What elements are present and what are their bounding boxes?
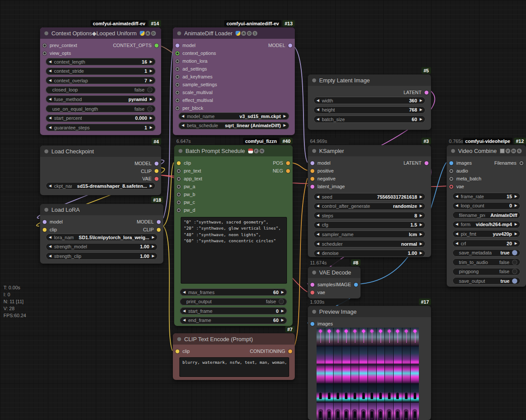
- decrement-arrow-icon[interactable]: ◀: [317, 195, 319, 199]
- input-dot-pre_text[interactable]: [177, 169, 181, 173]
- output-dot-POS[interactable]: [286, 161, 290, 165]
- widget-seed[interactable]: ◀seed755650317261618▶: [314, 193, 425, 200]
- increment-arrow-icon[interactable]: ▶: [283, 115, 286, 118]
- decrement-arrow-icon[interactable]: ◀: [317, 214, 319, 217]
- input-dot-meta_batch[interactable]: [449, 177, 453, 181]
- widget-format[interactable]: ◀formatvideo/h264-mp4▶: [452, 221, 520, 228]
- decrement-arrow-icon[interactable]: ◀: [317, 108, 319, 112]
- widget-pingpong[interactable]: pingpongfalse: [452, 268, 520, 275]
- widget-fuse_method[interactable]: ◀fuse_methodpyramid▶: [46, 95, 155, 103]
- decrement-arrow-icon[interactable]: ◀: [183, 291, 185, 294]
- input-dot-positive[interactable]: [310, 169, 314, 173]
- output-dot-MODEL[interactable]: [288, 44, 292, 47]
- widget-crf[interactable]: ◀crf20▶: [452, 240, 520, 247]
- output-dot-LATENT[interactable]: [425, 161, 428, 165]
- increment-arrow-icon[interactable]: ▶: [515, 195, 517, 198]
- output-dot-CONTEXT_OPTS[interactable]: [155, 44, 158, 47]
- widget-closed_loop[interactable]: closed_loopfalse: [46, 86, 155, 94]
- increment-arrow-icon[interactable]: ▶: [420, 233, 422, 236]
- decrement-arrow-icon[interactable]: ◀: [455, 195, 458, 198]
- widget-scheduler[interactable]: ◀schedulernormal▶: [314, 240, 425, 247]
- toggle-knob[interactable]: [512, 250, 517, 255]
- collapse-dot[interactable]: [179, 149, 182, 153]
- input-dot-samples[interactable]: [310, 283, 314, 287]
- widget-lora_name[interactable]: ◀lora_nameSD1.5\lcm\pytorch_lora_weig...…: [46, 234, 158, 241]
- increment-arrow-icon[interactable]: ▶: [420, 99, 422, 102]
- widget-use_on_equal_length[interactable]: use_on_equal_lengthfalse: [46, 105, 155, 112]
- input-dot-pw_a[interactable]: [177, 185, 181, 189]
- decrement-arrow-icon[interactable]: ◀: [49, 79, 51, 82]
- widget-guarantee_steps[interactable]: ◀guarantee_steps1▶: [46, 124, 155, 131]
- widget-cfg[interactable]: ◀cfg1.5▶: [314, 221, 425, 229]
- node-title-bar[interactable]: KSampler: [308, 145, 431, 156]
- node-title-bar[interactable]: CLIP Text Encode (Prompt): [173, 333, 295, 345]
- node-title-bar[interactable]: Load Checkpoint: [40, 146, 161, 157]
- decrement-arrow-icon[interactable]: ◀: [455, 223, 458, 226]
- toggle-knob[interactable]: [147, 106, 152, 112]
- increment-arrow-icon[interactable]: ▶: [420, 214, 422, 217]
- output-dot-NEG[interactable]: [286, 169, 290, 173]
- output-dot-CLIP[interactable]: [155, 169, 158, 173]
- increment-arrow-icon[interactable]: ▶: [152, 245, 155, 248]
- decrement-arrow-icon[interactable]: ◀: [183, 309, 185, 313]
- input-dot-sample_settings[interactable]: [175, 83, 179, 87]
- collapse-dot[interactable]: [177, 337, 181, 341]
- decrement-arrow-icon[interactable]: ◀: [317, 99, 319, 102]
- collapse-dot[interactable]: [312, 149, 316, 153]
- input-dot-vae[interactable]: [449, 185, 453, 189]
- widget-save_output[interactable]: save_outputtrue: [452, 277, 520, 285]
- input-dot-effect_multival[interactable]: [175, 98, 179, 102]
- widget-end_frame[interactable]: ◀end_frame60▶: [180, 317, 287, 324]
- decrement-arrow-icon[interactable]: ◀: [49, 254, 51, 258]
- input-dot-per_block[interactable]: [175, 106, 179, 110]
- increment-arrow-icon[interactable]: ▶: [420, 118, 422, 121]
- decrement-arrow-icon[interactable]: ◀: [49, 236, 51, 239]
- input-dot-scale_multival[interactable]: [175, 91, 179, 95]
- widget-loop_count[interactable]: ◀loop_count0▶: [452, 202, 520, 210]
- node-title-bar[interactable]: AnimateDiff LoaderAD1: [173, 27, 295, 39]
- toggle-knob[interactable]: [147, 87, 152, 92]
- widget-beta_schedule[interactable]: ◀beta_schedulesqrt_linear (AnimateDiff)▶: [179, 122, 289, 129]
- collapse-dot[interactable]: [312, 271, 316, 274]
- increment-arrow-icon[interactable]: ▶: [150, 126, 152, 129]
- input-dot-ad_settings[interactable]: [175, 67, 179, 71]
- widget-strength_model[interactable]: ◀strength_model1.00▶: [46, 243, 158, 251]
- increment-arrow-icon[interactable]: ▶: [152, 254, 155, 258]
- decrement-arrow-icon[interactable]: ◀: [455, 232, 458, 236]
- widget-frame_rate[interactable]: ◀frame_rate15▶: [452, 193, 520, 200]
- decrement-arrow-icon[interactable]: ◀: [317, 118, 319, 121]
- input-dot-audio[interactable]: [449, 169, 453, 173]
- node-title-bar[interactable]: VAE Decode: [308, 267, 361, 278]
- increment-arrow-icon[interactable]: ▶: [515, 204, 517, 207]
- increment-arrow-icon[interactable]: ▶: [150, 79, 152, 82]
- decrement-arrow-icon[interactable]: ◀: [49, 116, 51, 120]
- widget-trim_to_audio[interactable]: trim_to_audiofalse: [452, 258, 520, 266]
- input-dot-negative[interactable]: [310, 177, 314, 181]
- input-dot-model[interactable]: [43, 220, 47, 224]
- input-dot-view_opts[interactable]: [43, 51, 47, 55]
- increment-arrow-icon[interactable]: ▶: [515, 232, 517, 236]
- widget-context_stride[interactable]: ◀context_stride1▶: [46, 68, 155, 75]
- increment-arrow-icon[interactable]: ▶: [152, 236, 155, 239]
- input-dot-pw_b[interactable]: [177, 193, 181, 196]
- decrement-arrow-icon[interactable]: ◀: [317, 242, 319, 246]
- input-dot-latent_image[interactable]: [310, 185, 314, 189]
- increment-arrow-icon[interactable]: ▶: [281, 309, 284, 313]
- widget-start_frame[interactable]: ◀start_frame0▶: [180, 307, 287, 315]
- input-dot-clip[interactable]: [175, 349, 179, 353]
- node-title-bar[interactable]: Context Options◆Looped UniformAD: [40, 27, 161, 39]
- widget-control_after_generate[interactable]: ◀control_after_generaterandomize▶: [314, 203, 425, 210]
- increment-arrow-icon[interactable]: ▶: [281, 318, 284, 322]
- widget-max_frames[interactable]: ◀max_frames60▶: [180, 288, 287, 296]
- prompt-textarea[interactable]: "0" :"synthwave, sacred geometry", "20" …: [181, 217, 287, 284]
- toggle-knob[interactable]: [512, 278, 517, 284]
- decrement-arrow-icon[interactable]: ◀: [455, 204, 458, 207]
- output-dot-MODEL[interactable]: [157, 220, 161, 224]
- widget-context_overlap[interactable]: ◀context_overlap7▶: [46, 77, 155, 84]
- increment-arrow-icon[interactable]: ▶: [420, 108, 422, 112]
- collapse-dot[interactable]: [44, 208, 48, 212]
- increment-arrow-icon[interactable]: ▶: [420, 242, 422, 246]
- widget-ckpt_name[interactable]: ◀ckpt_namesd15-dreamshaper_8.safeten...▶: [46, 182, 155, 190]
- input-dot-clip[interactable]: [177, 161, 181, 165]
- collapse-dot[interactable]: [312, 78, 316, 82]
